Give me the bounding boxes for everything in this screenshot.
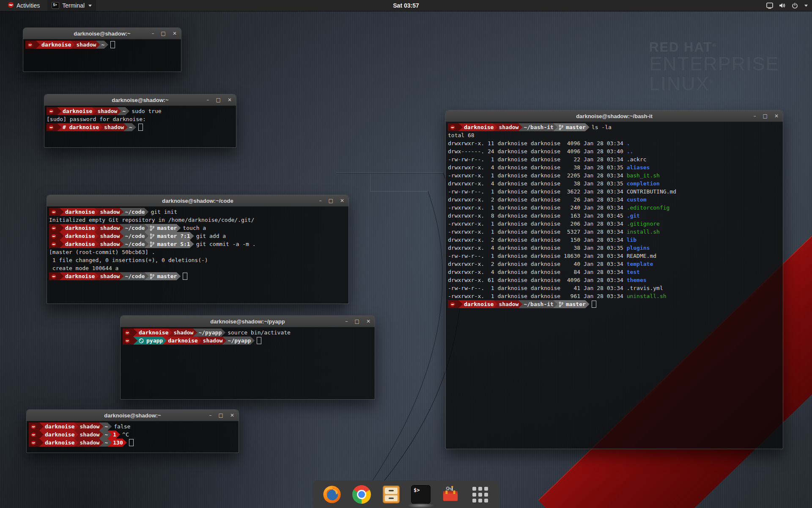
terminal-cursor xyxy=(257,337,261,344)
app-menu-terminal[interactable]: $> Terminal xyxy=(47,0,96,11)
dock: $> xyxy=(313,480,499,508)
window-title: darknoise@shadow:~/pyapp xyxy=(210,318,285,325)
prompt-line: darknoiseshadow~sudo true xyxy=(47,107,236,115)
prompt-segment-cwd: ~/pyapp xyxy=(222,337,255,345)
maximize-button[interactable]: □ xyxy=(161,31,166,36)
close-button[interactable]: ✕ xyxy=(228,97,232,102)
terminal-body[interactable]: darknoiseshadow~/pyappsource bin/activat… xyxy=(121,327,375,345)
terminal-body[interactable]: darknoiseshadow~/codegit initInitialized… xyxy=(47,207,348,280)
app-menu-label: Terminal xyxy=(62,2,85,9)
prompt-line: darknoiseshadow~/bash-itmaster xyxy=(448,300,783,308)
volume-icon[interactable] xyxy=(779,3,786,8)
window-title: darknoise@shadow:~/code xyxy=(162,198,233,204)
file-row: -rwxrwxr-x. 1 darknoise darknoise 5327 J… xyxy=(448,228,783,236)
prompt-line: darknoiseshadow~/codemaster ?:1git add a xyxy=(49,232,348,240)
branch-icon xyxy=(559,124,563,130)
minimize-button[interactable]: – xyxy=(207,97,209,102)
maximize-button[interactable]: □ xyxy=(763,113,768,119)
prompt-segment-git: master xyxy=(144,272,181,280)
terminal-cursor xyxy=(138,124,143,131)
close-button[interactable]: ✕ xyxy=(366,319,370,324)
prompt-segment-user: darknoise xyxy=(133,329,172,337)
prompt-segment-user: darknoise xyxy=(39,431,78,439)
terminal-body[interactable]: darknoiseshadow~falsedarknoiseshadow~1^C… xyxy=(27,421,239,447)
files-icon[interactable] xyxy=(381,485,401,504)
window-titlebar[interactable]: darknoise@shadow:~/code –□✕ xyxy=(47,195,348,207)
window-titlebar[interactable]: darknoise@shadow:~ –□✕ xyxy=(23,28,181,39)
terminal-body[interactable]: darknoiseshadow~/bash-itmasterls -latota… xyxy=(446,122,783,308)
terminal-window-pyapp[interactable]: darknoise@shadow:~/pyapp –□✕ darknoisesh… xyxy=(120,315,375,400)
prompt-line: darknoiseshadow~130 xyxy=(29,439,239,447)
prompt-line: darknoiseshadow~/codemaster xyxy=(49,272,348,280)
minimize-button[interactable]: – xyxy=(754,113,756,119)
file-name: aliases xyxy=(627,164,650,171)
file-row: -rwxrwxr-x. 1 darknoise darknoise 961 Ja… xyxy=(448,292,783,300)
prompt-segment-user: # darknoise xyxy=(57,123,103,131)
prompt-segment-host: shadow xyxy=(94,232,123,240)
close-button[interactable]: ✕ xyxy=(173,31,177,36)
file-name: .git xyxy=(627,213,640,219)
redhat-icon xyxy=(27,42,33,47)
redhat-icon xyxy=(51,226,56,231)
maximize-button[interactable]: □ xyxy=(219,413,223,418)
power-icon[interactable] xyxy=(792,3,798,9)
maximize-button[interactable]: □ xyxy=(355,319,359,324)
system-tray xyxy=(766,0,809,11)
desktop: RED HAT® ENTERPRISE LINUX® darknoise@sha… xyxy=(0,0,812,508)
minimize-button[interactable]: – xyxy=(346,319,348,324)
terminal-window-bash-it[interactable]: darknoise@shadow:~/bash-it –□✕ darknoise… xyxy=(445,110,783,449)
window-titlebar[interactable]: darknoise@shadow:~/pyapp –□✕ xyxy=(121,316,375,327)
toolbox-icon[interactable] xyxy=(441,485,460,504)
prompt-segment-cwd: ~/code xyxy=(119,208,148,216)
minimize-button[interactable]: – xyxy=(209,413,212,418)
minimize-button[interactable]: – xyxy=(319,198,322,203)
prompt-segment-user: darknoise xyxy=(458,300,497,308)
prompt-segment-host: shadow xyxy=(493,300,522,308)
close-button[interactable]: ✕ xyxy=(230,413,234,418)
redhat-icon xyxy=(51,274,56,279)
window-titlebar[interactable]: darknoise@shadow:~/bash-it –□✕ xyxy=(446,110,783,122)
activities-label: Activities xyxy=(16,2,40,9)
registered-mark: ® xyxy=(712,42,717,48)
file-name: test xyxy=(627,269,640,275)
prompt-line: # darknoiseshadow~ xyxy=(47,123,236,131)
close-button[interactable]: ✕ xyxy=(774,113,779,119)
terminal-body[interactable]: darknoiseshadow~ xyxy=(23,39,181,49)
file-row: drwxrwxr-x. 4 darknoise darknoise 38 Jan… xyxy=(448,163,783,171)
redhat-icon xyxy=(8,2,14,9)
close-button[interactable]: ✕ xyxy=(340,198,344,203)
terminal-window-home-1[interactable]: darknoise@shadow:~ –□✕ darknoiseshadow~ xyxy=(23,28,181,72)
file-name: lib xyxy=(627,237,636,243)
prompt-segment-host: shadow xyxy=(74,422,103,431)
firefox-icon[interactable] xyxy=(322,485,342,504)
prompt-segment-host: shadow xyxy=(168,329,197,337)
file-name: custom xyxy=(627,196,647,203)
chevron-down-icon[interactable] xyxy=(804,5,808,7)
clock[interactable]: Sat 03:57 xyxy=(393,2,419,9)
display-icon[interactable] xyxy=(766,3,773,9)
file-name: completion xyxy=(627,180,660,187)
minimize-button[interactable]: – xyxy=(152,31,154,36)
terminal-window-sudo[interactable]: darknoise@shadow:~ –□✕ darknoiseshadow~s… xyxy=(44,94,236,148)
window-titlebar[interactable]: darknoise@shadow:~ –□✕ xyxy=(27,410,239,421)
window-titlebar[interactable]: darknoise@shadow:~ –□✕ xyxy=(44,94,236,106)
prompt-segment-host: shadow xyxy=(94,224,123,232)
terminal-body[interactable]: darknoiseshadow~sudo true[sudo] password… xyxy=(44,106,236,131)
activities-button[interactable]: Activities xyxy=(3,0,44,11)
terminal-icon[interactable]: $> xyxy=(411,485,431,504)
prompt-line: pyappdarknoiseshadow~/pyapp xyxy=(123,337,375,345)
window-title: darknoise@shadow:~ xyxy=(104,412,161,419)
prompt-segment-user: darknoise xyxy=(60,232,99,240)
file-name: CONTRIBUTING.md xyxy=(627,188,676,195)
command-text: source bin/activate xyxy=(228,329,291,337)
terminal-window-code[interactable]: darknoise@shadow:~/code –□✕ darknoisesha… xyxy=(47,195,349,304)
file-row: -rwxrwxr-x. 1 darknoise darknoise 206 Ja… xyxy=(448,220,783,228)
prompt-segment-git: master ?:1 xyxy=(144,232,194,240)
chrome-icon[interactable] xyxy=(352,485,371,504)
maximize-button[interactable]: □ xyxy=(329,198,333,203)
terminal-window-home-2[interactable]: darknoise@shadow:~ –□✕ darknoiseshadow~f… xyxy=(26,409,239,453)
branch-icon xyxy=(559,301,563,307)
window-title: darknoise@shadow:~ xyxy=(74,30,130,37)
maximize-button[interactable]: □ xyxy=(216,97,221,102)
app-grid-icon[interactable] xyxy=(470,485,490,504)
